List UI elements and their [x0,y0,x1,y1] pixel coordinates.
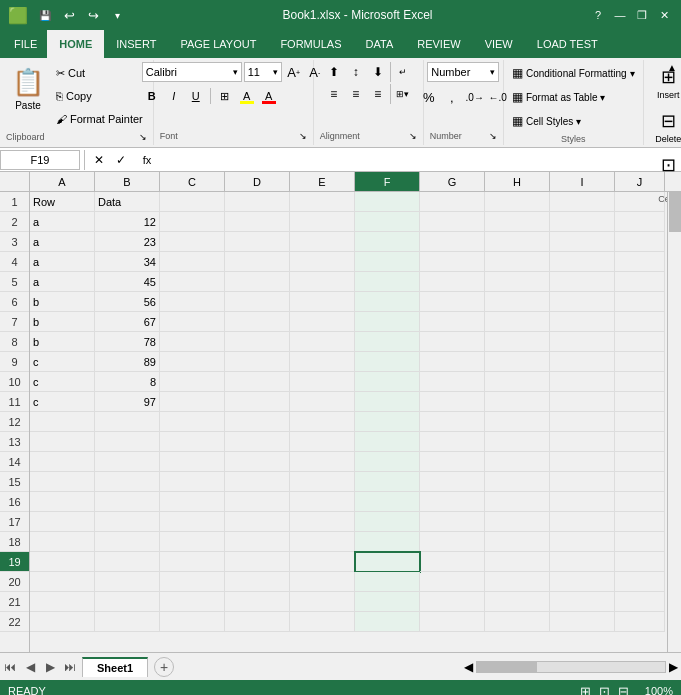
font-expand-icon[interactable]: ↘ [299,131,307,141]
minimize-btn[interactable]: — [611,6,629,24]
h-scroll-right[interactable]: ▶ [666,660,681,674]
cell-E10[interactable] [290,372,355,392]
cell-E9[interactable] [290,352,355,372]
cell-C11[interactable] [160,392,225,412]
cell-H14[interactable] [485,452,550,472]
cell-C3[interactable] [160,232,225,252]
align-left-btn[interactable]: ≡ [324,84,344,104]
cell-J7[interactable] [615,312,665,332]
cell-F6[interactable] [355,292,420,312]
cell-E4[interactable] [290,252,355,272]
cell-I15[interactable] [550,472,615,492]
cell-E12[interactable] [290,412,355,432]
cell-C16[interactable] [160,492,225,512]
cell-F10[interactable] [355,372,420,392]
cell-J20[interactable] [615,572,665,592]
cell-G13[interactable] [420,432,485,452]
cell-E2[interactable] [290,212,355,232]
cell-J3[interactable] [615,232,665,252]
cell-A6[interactable]: b [30,292,95,312]
row-number-14[interactable]: 14 [0,452,29,472]
cell-H9[interactable] [485,352,550,372]
cell-H15[interactable] [485,472,550,492]
cell-G11[interactable] [420,392,485,412]
tab-insert[interactable]: INSERT [104,30,168,58]
cell-A18[interactable] [30,532,95,552]
cell-B18[interactable] [95,532,160,552]
cell-A9[interactable]: c [30,352,95,372]
cancel-formula-btn[interactable]: ✕ [89,150,109,170]
cell-J4[interactable] [615,252,665,272]
cell-F16[interactable] [355,492,420,512]
cell-E3[interactable] [290,232,355,252]
cell-J1[interactable] [615,192,665,212]
increase-decimal-btn[interactable]: .0→ [465,87,485,107]
underline-button[interactable]: U [186,86,206,106]
cell-A12[interactable] [30,412,95,432]
fill-color-btn[interactable]: A [237,86,257,106]
percent-btn[interactable]: % [419,87,439,107]
cell-E8[interactable] [290,332,355,352]
cell-C12[interactable] [160,412,225,432]
cell-J2[interactable] [615,212,665,232]
cell-D9[interactable] [225,352,290,372]
cell-C20[interactable] [160,572,225,592]
cell-D19[interactable] [225,552,290,572]
cell-C9[interactable] [160,352,225,372]
cell-J6[interactable] [615,292,665,312]
cell-A3[interactable]: a [30,232,95,252]
cell-D17[interactable] [225,512,290,532]
cell-A10[interactable]: c [30,372,95,392]
cell-D20[interactable] [225,572,290,592]
cell-D7[interactable] [225,312,290,332]
cell-J22[interactable] [615,612,665,632]
number-format-select[interactable]: Number ▾ [427,62,499,82]
cell-J21[interactable] [615,592,665,612]
save-quick-btn[interactable]: 💾 [36,6,54,24]
cell-B14[interactable] [95,452,160,472]
cell-I8[interactable] [550,332,615,352]
cell-E21[interactable] [290,592,355,612]
font-name-select[interactable]: Calibri ▾ [142,62,242,82]
cell-C5[interactable] [160,272,225,292]
cell-E19[interactable] [290,552,355,572]
cell-C15[interactable] [160,472,225,492]
cell-G18[interactable] [420,532,485,552]
cell-H8[interactable] [485,332,550,352]
cell-J10[interactable] [615,372,665,392]
cell-D11[interactable] [225,392,290,412]
cell-G5[interactable] [420,272,485,292]
close-btn[interactable]: ✕ [655,6,673,24]
cell-E11[interactable] [290,392,355,412]
cell-C4[interactable] [160,252,225,272]
format-as-table-btn[interactable]: ▦ Format as Table ▾ [508,86,610,108]
cell-E14[interactable] [290,452,355,472]
cell-D22[interactable] [225,612,290,632]
col-header-D[interactable]: D [225,172,290,191]
cell-D8[interactable] [225,332,290,352]
cell-B1[interactable]: Data [95,192,160,212]
cut-button[interactable]: ✂ Cut [52,62,147,84]
row-number-22[interactable]: 22 [0,612,29,632]
undo-btn[interactable]: ↩ [60,6,78,24]
cell-A1[interactable]: Row [30,192,95,212]
cell-D16[interactable] [225,492,290,512]
cell-E13[interactable] [290,432,355,452]
cell-I4[interactable] [550,252,615,272]
cell-F8[interactable] [355,332,420,352]
cell-I21[interactable] [550,592,615,612]
cell-F9[interactable] [355,352,420,372]
cell-C14[interactable] [160,452,225,472]
cell-G17[interactable] [420,512,485,532]
cell-I1[interactable] [550,192,615,212]
cell-G3[interactable] [420,232,485,252]
cell-B20[interactable] [95,572,160,592]
row-number-5[interactable]: 5 [0,272,29,292]
cell-H3[interactable] [485,232,550,252]
cell-G1[interactable] [420,192,485,212]
cell-E15[interactable] [290,472,355,492]
cell-C2[interactable] [160,212,225,232]
ribbon-expand-btn[interactable]: ▲ [665,60,679,74]
cell-B5[interactable]: 45 [95,272,160,292]
col-header-F[interactable]: F [355,172,420,191]
